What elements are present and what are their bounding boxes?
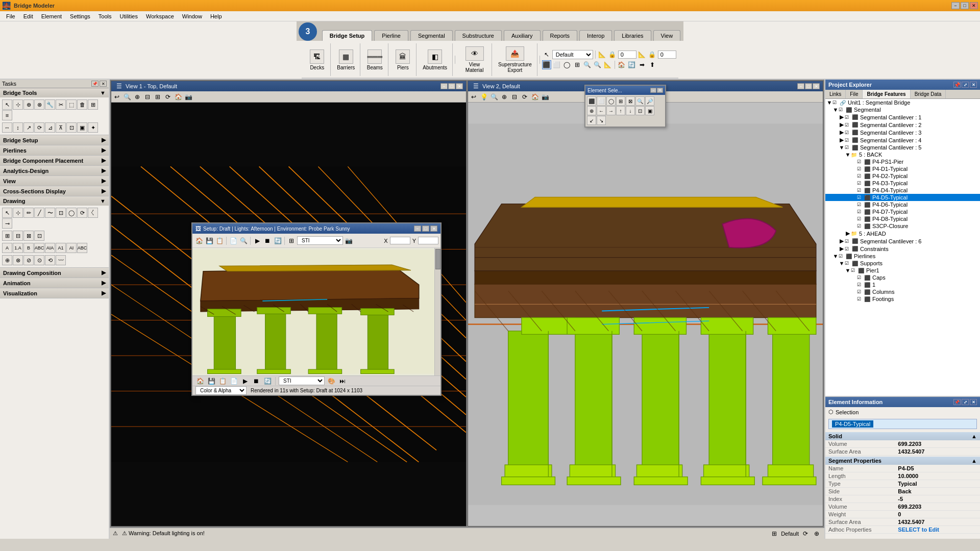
ft-6[interactable]: ▶: [253, 236, 262, 245]
misc-tool-5[interactable]: ⟲: [45, 255, 55, 265]
view2-minimize[interactable]: −: [797, 83, 804, 89]
view2-close[interactable]: ✕: [813, 83, 820, 89]
es-btn-15[interactable]: ↙: [587, 116, 596, 125]
es-btn-2[interactable]: ⬜: [597, 96, 606, 106]
text-tool-3[interactable]: B: [23, 243, 34, 253]
tool-4[interactable]: ⊗: [34, 99, 44, 110]
v1t-3[interactable]: ⊕: [133, 92, 142, 102]
status-icon-1[interactable]: ⊞: [770, 529, 779, 538]
text-tool-8[interactable]: ABC: [77, 243, 87, 253]
constraints-check[interactable]: ☑: [845, 246, 852, 252]
float-x-input[interactable]: 1024: [390, 237, 410, 244]
ft-8[interactable]: 🔄: [273, 236, 282, 245]
es-btn-14[interactable]: ▣: [645, 106, 654, 115]
draw-tool-12[interactable]: ⊟: [13, 231, 23, 241]
tab-segmental[interactable]: Segmental: [410, 30, 453, 41]
draw-tool-2[interactable]: ⊹: [13, 208, 23, 218]
cant3-check[interactable]: ☑: [845, 130, 852, 135]
fs-1[interactable]: 🏠: [195, 377, 205, 386]
v2t-5[interactable]: ⊟: [510, 92, 519, 102]
tool-14[interactable]: ⟳: [34, 122, 44, 133]
tab-libraries[interactable]: Libraries: [614, 30, 651, 41]
unit1-check[interactable]: ☑: [832, 100, 840, 105]
tree-item-cant6[interactable]: ▶ ☑ ⬛ Segmental Cantilever : 6: [825, 237, 980, 245]
snap-btn-6[interactable]: 🔍: [593, 60, 602, 69]
bridge-component-header[interactable]: Bridge Component Placement ▶: [0, 156, 109, 165]
float-y-input[interactable]: 1103: [418, 237, 438, 244]
visualization-header[interactable]: Visualization ▶: [0, 288, 109, 298]
spin-input-2[interactable]: [658, 51, 676, 59]
fs-dropdown[interactable]: STI: [279, 377, 325, 385]
tool-19[interactable]: ✦: [88, 122, 98, 133]
p4d3-check[interactable]: ☑: [857, 181, 864, 186]
exp-tab-links[interactable]: Links: [825, 90, 846, 98]
tree-item-1[interactable]: ☑ ⬛ 1: [825, 281, 980, 288]
v1t-5[interactable]: ⊞: [153, 92, 162, 102]
fs-3[interactable]: 📋: [218, 377, 227, 386]
bridge-tools-header[interactable]: Bridge Tools ▼: [0, 88, 109, 97]
fs-6[interactable]: ⏹: [252, 377, 261, 386]
abutments-button[interactable]: ◧ Abutments: [421, 48, 449, 71]
cant2-check[interactable]: ☑: [845, 122, 852, 128]
es-btn-13[interactable]: ⊡: [635, 106, 645, 115]
color-mode-select[interactable]: Color & Alpha: [195, 386, 247, 395]
menu-file[interactable]: File: [2, 12, 19, 20]
tree-item-supports[interactable]: ▼ ☑ ⬛ Supports: [825, 260, 980, 267]
tool-12[interactable]: ↕: [13, 122, 23, 133]
tree-item-p4ps1[interactable]: ☑ ⬛ P4-PS1-Pier: [825, 158, 980, 165]
status-icon-3[interactable]: ⊕: [812, 529, 821, 538]
tool-18[interactable]: ▣: [77, 122, 87, 133]
close-button[interactable]: ✕: [970, 2, 978, 9]
p4d8-check[interactable]: ☑: [857, 216, 864, 221]
footings-check[interactable]: ☑: [857, 296, 864, 302]
view-btn-2[interactable]: 🔄: [627, 60, 636, 69]
float-close[interactable]: ✕: [430, 226, 437, 232]
spin-input-1[interactable]: [618, 51, 636, 59]
tree-item-5ahead[interactable]: ▶ 📁 5 : AHEAD: [825, 230, 980, 237]
es-btn-16[interactable]: ↘: [597, 116, 606, 125]
menu-utilities[interactable]: Utilities: [116, 12, 142, 20]
toolbar-icon-1[interactable]: ↖: [542, 50, 551, 59]
tree-item-p4d2[interactable]: ☑ ⬛ P4-D2-Typical: [825, 172, 980, 180]
v2t-2[interactable]: 💡: [479, 92, 488, 102]
tree-item-p4d1[interactable]: ☑ ⬛ P4-D1-Typical: [825, 165, 980, 172]
tree-item-cant3[interactable]: ▶ ☑ ⬛ Segmental Cantilever : 3: [825, 129, 980, 136]
ei-pin[interactable]: 📌: [953, 399, 961, 405]
mode-dropdown[interactable]: Default: [552, 50, 593, 59]
menu-element[interactable]: Element: [37, 12, 66, 20]
float-minimize[interactable]: −: [414, 226, 421, 232]
es-btn-9[interactable]: ←: [597, 106, 606, 115]
maximize-button[interactable]: □: [961, 2, 969, 9]
ft-1[interactable]: 🏠: [194, 236, 204, 245]
ft-10[interactable]: 📷: [344, 236, 353, 245]
drawing-composition-header[interactable]: Drawing Composition ▶: [0, 268, 109, 278]
tab-reports[interactable]: Reports: [543, 30, 578, 41]
solid-section-header[interactable]: Solid ▲: [825, 432, 980, 440]
es-btn-7[interactable]: 🔎: [645, 96, 654, 106]
view-btn-4[interactable]: ⬆: [648, 60, 657, 69]
float-render-canvas[interactable]: [192, 248, 440, 375]
ft-5[interactable]: 🔍: [239, 236, 248, 245]
v2t-1[interactable]: ↩: [469, 92, 478, 102]
es-btn-3[interactable]: ◯: [606, 96, 616, 106]
barriers-button[interactable]: ▦ Barriers: [335, 48, 357, 71]
animation-header[interactable]: Animation ▶: [0, 278, 109, 288]
view-btn-1[interactable]: 🏠: [617, 60, 626, 69]
drawing-header[interactable]: Drawing ▼: [0, 196, 109, 206]
segmental-check[interactable]: ☑: [839, 107, 846, 112]
supports-check[interactable]: ☑: [845, 261, 852, 266]
ft-7[interactable]: ⏹: [263, 236, 272, 245]
cant6-check[interactable]: ☑: [845, 239, 852, 244]
fs-2[interactable]: 💾: [207, 377, 216, 386]
tool-2[interactable]: ⊹: [13, 99, 23, 110]
caps-check[interactable]: ☑: [857, 275, 864, 280]
view-material-button[interactable]: 👁 ViewMaterial: [460, 45, 488, 74]
tree-item-constraints[interactable]: ▶ ☑ ⬛ Constraints: [825, 245, 980, 253]
tool-16[interactable]: ⊼: [56, 122, 66, 133]
view1-menu[interactable]: ☰: [114, 82, 124, 91]
tree-item-segmental[interactable]: ▼ ☑ ⬛ Segmental: [825, 106, 980, 113]
exp-tab-bridge-data[interactable]: Bridge Data: [911, 90, 946, 98]
v1t-7[interactable]: 🏠: [174, 92, 183, 102]
menu-edit[interactable]: Edit: [19, 12, 37, 20]
tree-item-cant5[interactable]: ▼ ☑ ⬛ Segmental Cantilever : 5: [825, 144, 980, 151]
